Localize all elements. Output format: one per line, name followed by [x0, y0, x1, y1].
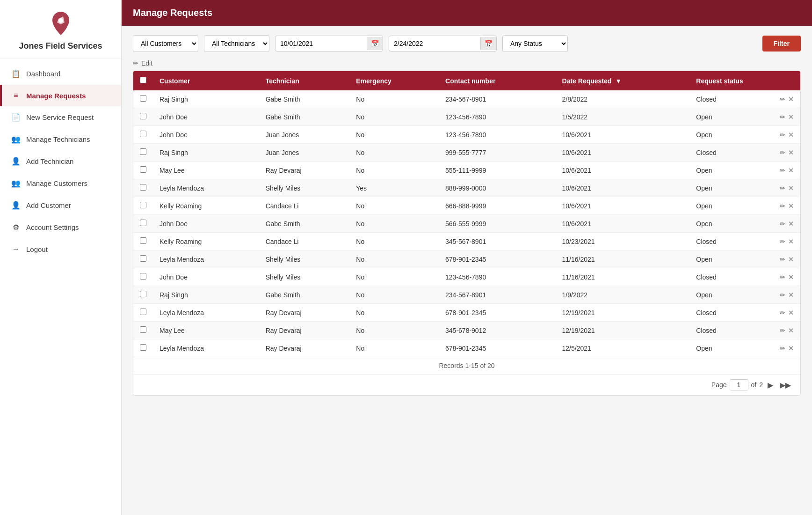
edit-row-button[interactable]: ✏ — [780, 291, 785, 299]
edit-row-button[interactable]: ✏ — [780, 238, 785, 245]
main-content: Manage Requests All Customers All Techni… — [122, 0, 812, 515]
last-page-button[interactable]: ▶▶ — [778, 380, 793, 390]
edit-row-button[interactable]: ✏ — [780, 96, 785, 103]
row-technician: Ray Devaraj — [259, 322, 350, 339]
row-customer: Kelly Roaming — [153, 197, 259, 215]
row-contact: 999-555-7777 — [439, 144, 556, 162]
row-checkbox[interactable] — [140, 220, 146, 226]
edit-row-button[interactable]: ✏ — [780, 202, 785, 210]
delete-row-button[interactable]: ✕ — [788, 202, 794, 210]
edit-row-button[interactable]: ✏ — [780, 273, 785, 281]
sidebar-item-manage-requests[interactable]: ≡ Manage Requests — [0, 85, 121, 106]
delete-row-button[interactable]: ✕ — [788, 167, 794, 174]
row-checkbox[interactable] — [140, 326, 146, 333]
sidebar-item-new-service-request[interactable]: 📄 New Service Request — [0, 106, 121, 128]
row-checkbox[interactable] — [140, 309, 146, 315]
delete-row-button[interactable]: ✕ — [788, 238, 794, 245]
row-checkbox-cell — [133, 144, 153, 162]
delete-row-button[interactable]: ✕ — [788, 327, 794, 334]
edit-row-button[interactable]: ✏ — [780, 131, 785, 139]
row-customer: Raj Singh — [153, 144, 259, 162]
edit-row-button[interactable]: ✏ — [780, 167, 785, 174]
filter-button[interactable]: Filter — [762, 36, 801, 52]
row-technician: Candace Li — [259, 197, 350, 215]
next-page-button[interactable]: ▶ — [766, 380, 775, 390]
records-info-text: Records 1-15 of 20 — [439, 362, 494, 369]
row-checkbox[interactable] — [140, 344, 146, 351]
edit-row-button[interactable]: ✏ — [780, 149, 785, 156]
row-date: 11/16/2021 — [556, 268, 690, 286]
sidebar-item-account-settings[interactable]: ⚙ Account Settings — [0, 216, 121, 238]
sidebar-item-manage-customers[interactable]: 👥 Manage Customers — [0, 172, 121, 194]
delete-row-button[interactable]: ✕ — [788, 96, 794, 103]
date-from-calendar-icon[interactable]: 📅 — [367, 37, 383, 50]
row-status: Open ✏ ✕ — [689, 339, 800, 357]
sidebar-item-logout[interactable]: → Logout — [0, 238, 121, 260]
sidebar-item-add-technician[interactable]: 👤 Add Technician — [0, 150, 121, 172]
delete-row-button[interactable]: ✕ — [788, 345, 794, 352]
date-from-input[interactable] — [276, 36, 367, 51]
delete-row-button[interactable]: ✕ — [788, 220, 794, 228]
delete-row-button[interactable]: ✕ — [788, 113, 794, 121]
edit-label: Edit — [141, 59, 152, 67]
customers-filter[interactable]: All Customers — [133, 35, 198, 52]
row-status: Closed ✏ ✕ — [689, 268, 800, 286]
row-checkbox[interactable] — [140, 131, 146, 137]
row-checkbox[interactable] — [140, 273, 146, 280]
delete-row-button[interactable]: ✕ — [788, 184, 794, 192]
page-number-input[interactable] — [730, 379, 748, 390]
delete-row-button[interactable]: ✕ — [788, 149, 794, 156]
delete-row-button[interactable]: ✕ — [788, 256, 794, 263]
edit-row[interactable]: ✏ Edit — [133, 59, 801, 67]
edit-row-button[interactable]: ✏ — [780, 345, 785, 352]
row-checkbox[interactable] — [140, 202, 146, 208]
row-customer: Leyla Mendoza — [153, 250, 259, 268]
row-status: Closed ✏ ✕ — [689, 304, 800, 322]
table-row: Leyla Mendoza Ray Devaraj No 678-901-234… — [133, 339, 800, 357]
manage-requests-icon: ≡ — [11, 91, 21, 100]
delete-row-button[interactable]: ✕ — [788, 273, 794, 281]
delete-row-button[interactable]: ✕ — [788, 291, 794, 299]
date-to-calendar-icon[interactable]: 📅 — [480, 37, 496, 50]
table-header-row: Customer Technician Emergency Contact nu… — [133, 71, 800, 90]
technicians-filter[interactable]: All Technicians — [204, 35, 269, 52]
row-checkbox[interactable] — [140, 113, 146, 119]
status-filter[interactable]: Any Status Open Closed — [502, 35, 568, 52]
row-checkbox[interactable] — [140, 237, 146, 244]
sidebar-item-manage-technicians[interactable]: 👥 Manage Technicians — [0, 128, 121, 150]
col-date[interactable]: Date Requested ▼ — [556, 71, 690, 90]
edit-row-button[interactable]: ✏ — [780, 220, 785, 228]
edit-row-button[interactable]: ✏ — [780, 309, 785, 316]
row-date: 10/6/2021 — [556, 215, 690, 233]
row-date: 10/23/2021 — [556, 233, 690, 250]
select-all-checkbox[interactable] — [140, 77, 146, 83]
edit-row-button[interactable]: ✏ — [780, 256, 785, 263]
row-checkbox[interactable] — [140, 148, 146, 155]
row-technician: Gabe Smith — [259, 90, 350, 108]
row-checkbox[interactable] — [140, 291, 146, 297]
row-contact: 123-456-7890 — [439, 126, 556, 144]
row-customer: John Doe — [153, 268, 259, 286]
edit-row-button[interactable]: ✏ — [780, 184, 785, 192]
edit-row-button[interactable]: ✏ — [780, 327, 785, 334]
row-checkbox[interactable] — [140, 255, 146, 262]
dashboard-label: Dashboard — [26, 70, 60, 78]
page-label: Page — [711, 381, 727, 389]
row-checkbox[interactable] — [140, 166, 146, 173]
logout-icon: → — [11, 245, 21, 253]
row-checkbox[interactable] — [140, 184, 146, 191]
row-contact: 666-888-9999 — [439, 197, 556, 215]
date-to-input[interactable] — [389, 36, 480, 51]
sidebar-item-add-customer[interactable]: 👤 Add Customer — [0, 194, 121, 216]
row-checkbox-cell — [133, 90, 153, 108]
row-contact: 234-567-8901 — [439, 286, 556, 304]
edit-row-button[interactable]: ✏ — [780, 113, 785, 121]
delete-row-button[interactable]: ✕ — [788, 131, 794, 139]
requests-table: Customer Technician Emergency Contact nu… — [133, 71, 800, 357]
row-checkbox[interactable] — [140, 95, 146, 102]
table-row: Leyla Mendoza Shelly Miles No 678-901-23… — [133, 250, 800, 268]
row-emergency: No — [349, 108, 439, 126]
manage-customers-label: Manage Customers — [26, 179, 87, 187]
sidebar-item-dashboard[interactable]: 📋 Dashboard — [0, 63, 121, 85]
delete-row-button[interactable]: ✕ — [788, 309, 794, 316]
